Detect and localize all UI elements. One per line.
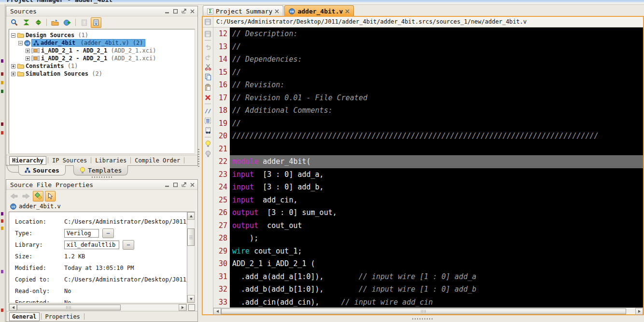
panel-splitter-handle[interactable] [92, 176, 113, 178]
code-text[interactable]: // Dependencies: [230, 53, 643, 66]
code-text[interactable]: // Revision: [230, 79, 643, 92]
tree-item-i-add-2-1-add-2-1[interactable]: i_ADD_2_1 - ADD_2_1 (ADD_2_1.xci) [9, 47, 195, 54]
undo-button[interactable] [203, 42, 213, 52]
tab-compile-order[interactable]: Compile Order [132, 157, 182, 164]
code-text[interactable]: wire cout_out_1; [230, 245, 643, 258]
close-icon[interactable] [345, 9, 350, 13]
close-button[interactable] [190, 9, 195, 13]
ellipsis-button[interactable]: … [102, 228, 114, 238]
expand-expander[interactable] [26, 49, 30, 53]
code-text[interactable]: .add_a(add_a[1:0]), // input wire [1 : 0… [230, 270, 643, 283]
code-text[interactable]: ); [230, 232, 643, 245]
properties-horizontal-scrollbar[interactable] [9, 304, 187, 311]
editor-horizontal-scrollbar[interactable] [213, 308, 643, 314]
expand-all-button[interactable] [33, 17, 43, 28]
collapse-expander[interactable] [18, 41, 23, 45]
properties-vertical-scrollbar[interactable] [187, 212, 195, 303]
code-text[interactable]: // Revision 0.01 - File Created [230, 92, 643, 105]
tab-adder-4bit-v[interactable]: ve adder_4bit.v [284, 5, 354, 16]
scroll-thumb[interactable] [221, 309, 626, 314]
code-text[interactable]: .add_b(add_b[1:0]), // input wire [1 : 0… [230, 283, 643, 296]
cut-button[interactable] [203, 62, 213, 72]
ellipsis-button[interactable]: … [123, 240, 134, 250]
collapse-expander[interactable] [11, 33, 15, 38]
vertical-splitter-handle[interactable] [198, 148, 199, 167]
code-text[interactable]: // [230, 117, 643, 130]
scroll-right-button[interactable] [635, 308, 643, 315]
code-text[interactable]: output cout_out [230, 219, 643, 232]
tab-libraries[interactable]: Libraries [93, 157, 129, 164]
tab-templates[interactable]: Templates [73, 165, 128, 175]
code-text[interactable]: module adder_4bit( [230, 155, 643, 168]
tab-sources[interactable]: Sources [18, 165, 66, 175]
toggle-comment-button[interactable]: // [203, 106, 213, 115]
expand-expander[interactable] [11, 64, 15, 68]
tree-item-i-add-2-2-add-2-1[interactable]: i_ADD_2_2 - ADD_2_1 (ADD_2_1.xci) [9, 54, 195, 62]
paste-button[interactable] [203, 82, 213, 92]
horizontal-splitter[interactable] [202, 315, 644, 322]
code-text[interactable]: // [230, 40, 643, 54]
scroll-down-button[interactable] [187, 295, 195, 303]
code-text[interactable]: output [3 : 0] sum_out, [230, 206, 643, 219]
save-file-button[interactable] [203, 17, 213, 27]
help-button[interactable]: ? [79, 17, 89, 28]
tree-item-design-sources[interactable]: Design Sources (1) [9, 31, 195, 39]
scroll-right-button[interactable] [179, 304, 186, 311]
close-icon[interactable] [275, 9, 279, 13]
code-text[interactable]: // Additional Comments: [230, 104, 643, 117]
minimize-button[interactable] [165, 9, 169, 13]
block-select-button[interactable] [203, 116, 213, 125]
delete-button[interactable] [203, 93, 213, 102]
tree-item-constraints[interactable]: Constraints (1) [9, 62, 195, 70]
code-text[interactable]: ADD_2_1 i_ADD_2_1 ( [230, 257, 643, 270]
collapse-all-button[interactable] [21, 17, 31, 28]
back-button[interactable] [9, 191, 19, 201]
flow-navigator-collapsed-strip[interactable] [0, 4, 5, 322]
lightbulb-button[interactable] [203, 139, 213, 148]
tab-general[interactable]: General [9, 312, 40, 321]
scroll-left-button[interactable] [9, 304, 17, 311]
minimize-button[interactable] [165, 183, 169, 187]
code-area[interactable]: 12// Description:13//14// Dependencies:1… [213, 27, 643, 308]
forward-button[interactable] [21, 191, 31, 201]
close-button[interactable] [190, 183, 195, 187]
float-button[interactable] [182, 182, 186, 187]
search-button[interactable] [9, 17, 19, 28]
tab-properties[interactable]: Properties [43, 313, 83, 321]
scroll-thumb[interactable] [17, 305, 121, 310]
scroll-thumb[interactable] [187, 228, 195, 246]
code-text[interactable]: // [230, 66, 643, 79]
code-text[interactable]: .add_cin(add_cin), // input wire add_cin [230, 296, 643, 308]
maximize-button[interactable] [173, 9, 178, 13]
tree-item-simulation-sources[interactable]: Simulation Sources (2) [9, 70, 195, 78]
tab-project-summary[interactable]: Σ Project Summary [203, 5, 283, 16]
scroll-left-button[interactable] [213, 308, 221, 315]
open-folder-button[interactable] [50, 17, 60, 28]
select-pointer-button[interactable] [45, 191, 56, 201]
copy-button[interactable] [203, 72, 213, 82]
code-text[interactable]: // Description: [230, 27, 643, 40]
property-input[interactable]: xil_defaultlib [64, 241, 119, 249]
add-sources-button[interactable] [62, 17, 72, 28]
tab-hierarchy[interactable]: Hierarchy [9, 156, 46, 165]
code-text[interactable]: ////////////////////////////////////////… [230, 130, 643, 143]
edit-properties-button[interactable] [33, 191, 43, 201]
save-button[interactable] [203, 29, 213, 39]
code-text[interactable]: input add_cin, [230, 194, 643, 207]
lightbulb-dim-button[interactable] [203, 149, 213, 159]
code-text[interactable] [230, 143, 643, 156]
code-text[interactable]: input [3 : 0] add_b, [230, 181, 643, 194]
expand-expander[interactable] [11, 72, 15, 76]
tab-ip-sources[interactable]: IP Sources [50, 157, 89, 164]
splitter-handle[interactable] [412, 318, 434, 320]
maximize-button[interactable] [173, 183, 178, 187]
grid-toggle-box[interactable] [188, 304, 195, 311]
scroll-to-selected-button[interactable] [91, 17, 101, 28]
expand-expander[interactable] [26, 56, 30, 61]
redo-button[interactable] [203, 52, 213, 62]
code-text[interactable]: input [3 : 0] add_a, [230, 168, 643, 181]
tree-item-adder-4bit[interactable]: veadder_4bit (adder_4bit.v) (2) [9, 39, 195, 47]
float-button[interactable] [182, 9, 186, 13]
scroll-up-button[interactable] [187, 212, 195, 220]
find-in-file-button[interactable] [203, 126, 213, 135]
